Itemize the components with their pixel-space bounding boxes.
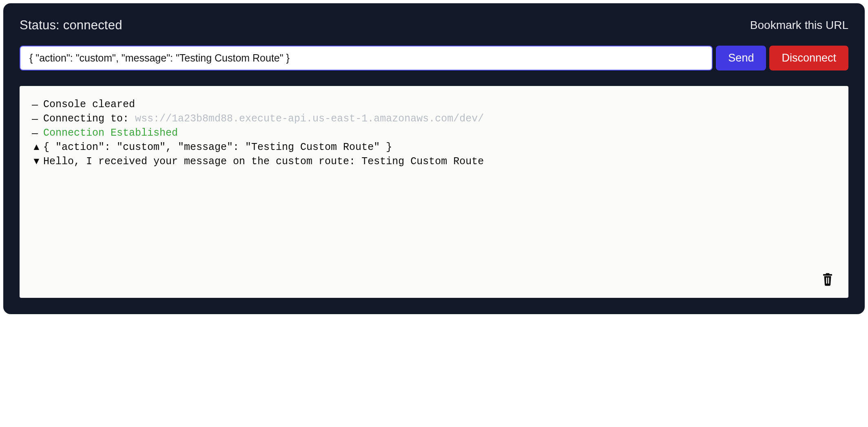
log-text: Connecting to: (43, 112, 135, 126)
log-line: –Console cleared (32, 97, 836, 112)
console-output: –Console cleared–Connecting to: wss://1a… (20, 86, 848, 298)
bookmark-link[interactable]: Bookmark this URL (750, 19, 848, 32)
status-label: Status: connected (20, 18, 122, 33)
log-line: ▲{ "action": "custom", "message": "Testi… (32, 140, 836, 154)
header-row: Status: connected Bookmark this URL (20, 18, 848, 33)
log-marker: – (32, 126, 43, 140)
log-marker: – (32, 112, 43, 126)
disconnect-button[interactable]: Disconnect (769, 46, 848, 70)
log-marker: – (32, 97, 43, 112)
log-text: { "action": "custom", "message": "Testin… (43, 140, 392, 154)
input-row: Send Disconnect (20, 46, 848, 70)
message-input[interactable] (20, 46, 713, 70)
trash-icon (822, 272, 834, 286)
log-line: –Connection Established (32, 126, 836, 140)
log-marker: ▼ (32, 154, 43, 169)
clear-console-button[interactable] (819, 270, 836, 290)
log-lines: –Console cleared–Connecting to: wss://1a… (32, 97, 836, 290)
send-button[interactable]: Send (716, 46, 766, 70)
log-url: wss://1a23b8md88.execute-api.us-east-1.a… (135, 112, 484, 126)
log-text: Console cleared (43, 97, 135, 112)
websocket-panel: Status: connected Bookmark this URL Send… (3, 3, 865, 314)
log-line: –Connecting to: wss://1a23b8md88.execute… (32, 112, 836, 126)
log-marker: ▲ (32, 140, 43, 154)
log-line: ▼Hello, I received your message on the c… (32, 154, 836, 169)
log-text: Hello, I received your message on the cu… (43, 154, 484, 169)
log-text: Connection Established (43, 126, 178, 140)
